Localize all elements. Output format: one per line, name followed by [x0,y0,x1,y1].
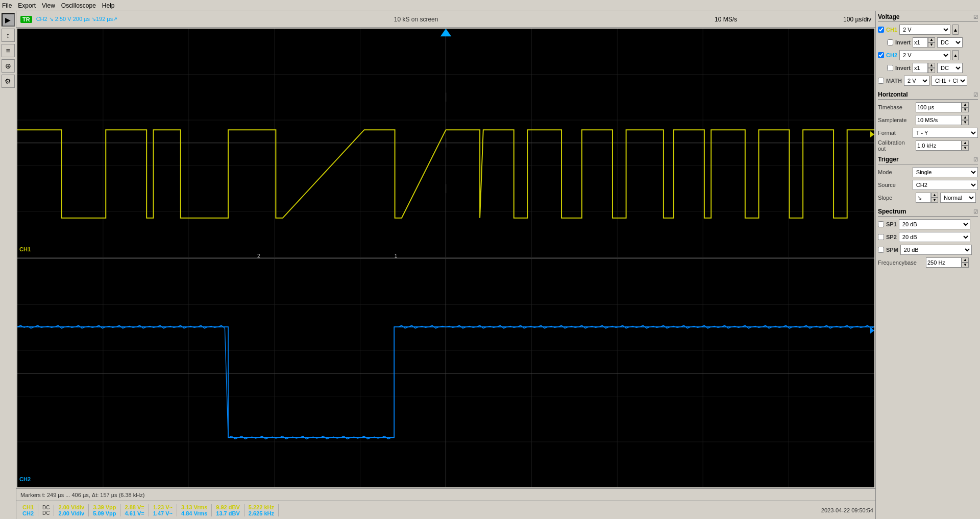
trigger-source-label: Source [878,182,911,188]
tool-pointer[interactable]: ▶ [2,13,15,27]
trigger-source-select[interactable]: CH2 [913,180,978,190]
ch1-trigger-marker [870,131,874,137]
samplerate-row: Samplerate ▲ ▼ [878,114,978,126]
ch1-invert-label[interactable]: Invert [895,39,911,45]
ch1-probe-up[interactable]: ▲ [928,37,935,42]
voltage-section-title: Voltage ☑ [878,13,978,22]
sp1-select[interactable]: 20 dB [899,219,970,229]
format-select[interactable]: T - Y [913,128,978,138]
ch2-checkbox[interactable] [878,52,884,58]
spectrum-info-icon[interactable]: ☑ [973,209,978,215]
tool-cursor[interactable]: ↕ [2,29,15,42]
slope-icon-up[interactable]: ▲ [931,193,938,198]
menu-file[interactable]: File [2,2,12,9]
ch1-probe-down[interactable]: ▼ [928,42,935,48]
tool-math[interactable]: ⚙ [2,75,15,88]
sp2-checkbox[interactable] [878,234,884,240]
menu-help[interactable]: Help [102,2,115,9]
ch1-coupling-select[interactable]: DC [937,37,963,48]
meas-vdiv: 2.00 V/div 2.00 V/div [54,504,89,516]
ch2-invert-checkbox[interactable] [887,65,893,71]
marker1-label: 1 [395,253,398,259]
meas-ch1-vpos: 2.88 V= [125,504,144,510]
freqbase-down[interactable]: ▼ [962,263,969,268]
meas-ch1-label: CH1 [22,504,34,510]
timebase-input[interactable] [916,102,962,112]
samplerate-up[interactable]: ▲ [962,115,969,120]
sp2-select[interactable]: 20 dB [899,232,970,242]
scope-canvas[interactable]: CH1 2 1 [17,29,874,487]
calibration-up[interactable]: ▲ [962,140,969,146]
menu-oscilloscope[interactable]: Oscilloscope [61,2,96,9]
trigger-slope-select[interactable]: Normal [940,193,976,203]
ch1-probe-input[interactable] [913,37,928,48]
horizontal-info-icon[interactable]: ☑ [973,92,978,98]
ch2-coupling-select[interactable]: DC [937,63,963,73]
slope-icon-input[interactable] [916,193,931,203]
ch2-voltage-up[interactable]: ▲ [952,50,959,60]
freqbase-label: Frequencybase [878,260,924,266]
horizontal-section-title: Horizontal ☑ [878,91,978,100]
meas-db: 9.92 dBV 13.7 dBV [212,504,244,516]
timebase-up[interactable]: ▲ [962,102,969,107]
meas-ch2-db: 13.7 dBV [216,510,239,516]
math-expression-select[interactable]: CH1 + CH2 [932,76,967,86]
calibration-input[interactable] [916,140,962,151]
freqbase-spinbox: ▲ ▼ [926,257,969,268]
ch2-invert-row: Invert ▲ ▼ DC [878,62,978,74]
sp1-checkbox[interactable] [878,221,884,227]
sp1-checkbox-wrapper: SP1 [878,221,897,227]
meas-ch2-vpp: 5.09 Vpp [93,510,116,516]
ch2-probe-spinbox: ▲ ▼ [913,63,935,73]
math-checkbox[interactable] [878,78,884,84]
ch1-checkbox-wrapper: CH1 [878,27,897,33]
meas-ch1-vrms: 3.13 Vrms [181,504,207,510]
svg-marker-37 [870,327,874,334]
menu-export[interactable]: Export [18,2,36,9]
ch2-probe-input[interactable] [913,63,928,73]
ch1-waveform-svg [17,29,874,257]
ch1-voltage-select[interactable]: 2 V [899,25,950,35]
meas-ch2-vrms: 4.84 Vrms [181,510,207,516]
samplerate-down[interactable]: ▼ [962,120,969,125]
timebase-down[interactable]: ▼ [962,107,969,112]
meas-coupling: DC DC [38,505,54,516]
sp1-label[interactable]: SP1 [886,221,897,227]
samplerate-input[interactable] [916,115,962,125]
trigger-info-icon[interactable]: ☑ [973,157,978,162]
spm-label[interactable]: SPM [886,247,898,253]
ch2-probe-down[interactable]: ▼ [928,68,935,73]
freqbase-up[interactable]: ▲ [962,257,969,263]
ch2-probe-up[interactable]: ▲ [928,63,935,68]
spm-checkbox[interactable] [878,247,884,253]
tool-measure[interactable]: ≡ [2,44,15,57]
sp2-label[interactable]: SP2 [886,234,897,240]
calibration-down[interactable]: ▼ [962,146,969,151]
ch2-invert-label[interactable]: Invert [895,65,911,71]
ch2-checkbox-label[interactable]: CH2 [886,52,897,58]
freqbase-row: Frequencybase ▲ ▼ [878,257,978,268]
sample-rate-display: 10 MS/s [715,16,737,23]
trigger-mode-select[interactable]: Single [913,167,978,177]
voltage-info-icon[interactable]: ☑ [973,14,978,20]
meas-ch2-vdiv: 2.00 V/div [58,510,84,516]
samplerate-spinbox: ▲ ▼ [916,115,969,125]
ch1-checkbox-label[interactable]: CH1 [886,27,897,33]
ch2-voltage-select[interactable]: 2 V [899,50,950,60]
spm-row: SPM 20 dB [878,244,978,255]
slope-icon-down[interactable]: ▼ [931,198,938,203]
ch1-invert-row: Invert ▲ ▼ DC [878,37,978,48]
math-voltage-select[interactable]: 2 V [904,76,929,86]
ch2-waveform-area[interactable]: CH2 [17,259,874,488]
menu-view[interactable]: View [42,2,55,9]
meas-ch1-coupling: CH1 CH2 [18,504,38,516]
freqbase-input[interactable] [926,257,962,268]
meas-ch2-coupling-val: DC [42,510,50,516]
ch1-voltage-up[interactable]: ▲ [952,25,959,35]
tool-zoom[interactable]: ⊕ [2,59,15,73]
spm-select[interactable]: 20 dB [900,245,972,255]
ch1-checkbox[interactable] [878,27,884,33]
ch1-invert-checkbox[interactable] [887,39,893,45]
ch1-waveform-area[interactable]: CH1 [17,29,874,258]
math-checkbox-label[interactable]: MATH [886,78,902,84]
